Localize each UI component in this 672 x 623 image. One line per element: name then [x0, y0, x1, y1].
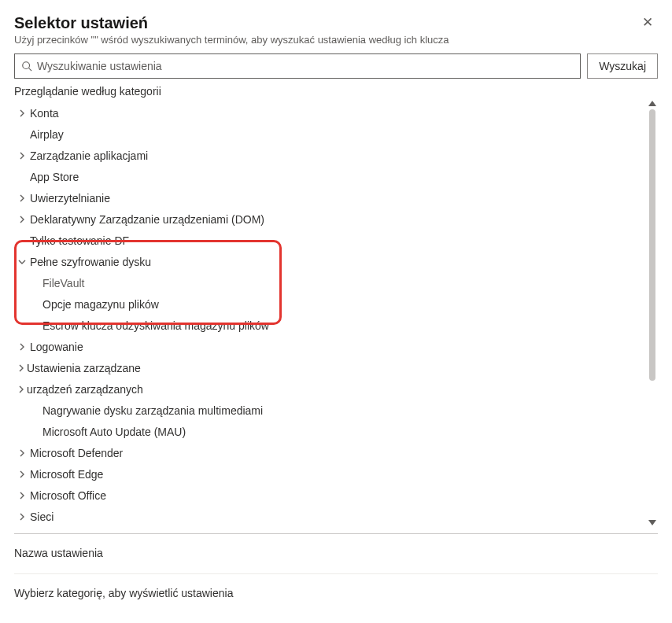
category-label: Uwierzytelnianie [30, 192, 110, 205]
setting-name-header: Nazwa ustawienia [14, 547, 658, 559]
category-item[interactable]: Nagrywanie dysku zarządzania multimediam… [14, 400, 658, 421]
category-label: Ustawienia zarządzane [27, 362, 141, 374]
category-label: urządzeń zarządzanych [27, 383, 143, 396]
chevron-right-icon[interactable] [14, 492, 30, 500]
scroll-down-arrow-icon[interactable] [648, 520, 656, 525]
category-sublabel: FileVault [42, 277, 84, 289]
browse-by-category-label: Przeglądanie według kategorii [14, 85, 658, 98]
search-icon [21, 61, 32, 72]
chevron-right-icon[interactable] [16, 364, 27, 372]
category-label: Microsoft Defender [30, 447, 123, 459]
chevron-right-icon[interactable] [14, 194, 30, 202]
category-item[interactable]: Deklaratywny Zarządzanie urządzeniami (D… [14, 208, 658, 230]
category-tree: KontaAirplayZarządzanie aplikacjamiApp S… [14, 101, 658, 533]
category-item[interactable]: Konta [14, 102, 658, 123]
category-label: Airplay [30, 128, 64, 141]
category-item[interactable]: Pełne szyfrowanie dysku [14, 251, 658, 272]
close-button[interactable]: ✕ [637, 14, 658, 31]
category-item[interactable]: Uwierzytelnianie [14, 187, 658, 208]
panel-subtitle: Użyj przecinków "" wśród wyszukiwanych t… [14, 34, 449, 46]
chevron-right-icon[interactable] [14, 343, 30, 351]
divider [14, 573, 658, 574]
category-item[interactable]: Zarządzanie aplikacjami [14, 145, 658, 166]
search-input-wrapper[interactable] [14, 53, 581, 79]
category-item[interactable]: Logowanie [14, 336, 658, 357]
search-input[interactable] [32, 60, 574, 72]
category-item[interactable]: Ustawienia zarządzane [14, 357, 658, 378]
close-icon: ✕ [642, 15, 653, 30]
category-item[interactable]: App Store [14, 166, 658, 187]
scrollbar[interactable] [648, 101, 656, 525]
category-label: Deklaratywny Zarządzanie urządzeniami (D… [30, 213, 264, 226]
scroll-up-arrow-icon[interactable] [648, 101, 656, 106]
category-label: Zarządzanie aplikacjami [30, 149, 148, 162]
svg-point-0 [23, 62, 30, 69]
category-subitem[interactable]: Escrow klucza odzyskiwania magazynu plik… [14, 315, 658, 336]
category-sublabel: Escrow klucza odzyskiwania magazynu plik… [42, 319, 269, 332]
chevron-right-icon[interactable] [14, 449, 30, 457]
category-label: Nagrywanie dysku zarządzania multimediam… [42, 404, 263, 417]
category-item[interactable]: Sieci [14, 506, 658, 527]
panel-title: Selektor ustawień [14, 14, 449, 32]
scroll-thumb[interactable] [649, 109, 655, 381]
category-label: Microsoft Office [30, 489, 106, 502]
category-label: Sieci [30, 511, 54, 523]
category-label: Microsoft Auto Update (MAU) [42, 426, 186, 438]
chevron-down-icon[interactable] [14, 258, 30, 266]
category-subitem[interactable]: FileVault [14, 272, 658, 293]
chevron-right-icon[interactable] [14, 109, 30, 117]
chevron-right-icon[interactable] [14, 513, 30, 521]
chevron-right-icon[interactable] [14, 152, 30, 160]
chevron-right-icon[interactable] [16, 385, 27, 393]
chevron-right-icon[interactable] [14, 216, 30, 223]
category-label: Microsoft Edge [30, 468, 103, 481]
category-label: Konta [30, 107, 59, 120]
search-button[interactable]: Wyszukaj [587, 53, 658, 79]
chevron-right-icon[interactable] [14, 470, 30, 478]
category-label: Kontrola rodzicielska [30, 532, 131, 534]
category-label: Pełne szyfrowanie dysku [30, 256, 151, 268]
category-label: Logowanie [30, 341, 83, 353]
category-sublabel: Opcje magazynu plików [42, 298, 159, 311]
svg-line-1 [29, 68, 32, 72]
category-item[interactable]: Microsoft Defender [14, 442, 658, 463]
category-label: Tylko testowanie DF [30, 234, 129, 247]
category-item[interactable]: Microsoft Office [14, 485, 658, 506]
category-item[interactable]: urządzeń zarządzanych [14, 378, 658, 400]
category-item[interactable]: Microsoft Edge [14, 463, 658, 485]
category-item[interactable]: Airplay [14, 123, 658, 145]
category-subitem[interactable]: Opcje magazynu plików [14, 293, 658, 315]
category-item[interactable]: Kontrola rodzicielska [14, 527, 658, 533]
footer-hint: Wybierz kategorię, aby wyświetlić ustawi… [14, 587, 658, 599]
category-label: App Store [30, 171, 79, 183]
category-item[interactable]: Microsoft Auto Update (MAU) [14, 421, 658, 442]
category-item[interactable]: Tylko testowanie DF [14, 230, 658, 251]
